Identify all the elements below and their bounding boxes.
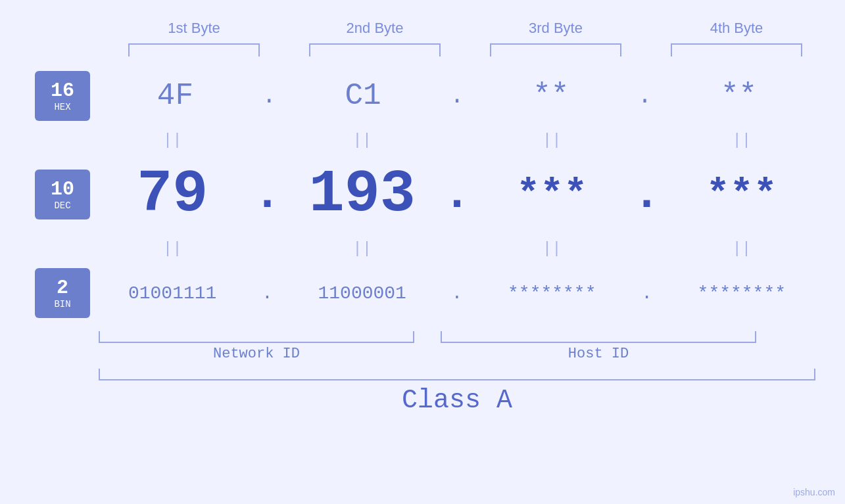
dec-dot2: . <box>444 169 470 221</box>
dec-byte3: *** <box>486 172 617 217</box>
hex-dot1: . <box>256 83 282 110</box>
bin-label: BIN <box>54 299 70 309</box>
top-bracket-row <box>104 43 827 57</box>
dec-byte2: 193 <box>297 161 428 228</box>
eq2-b1: || <box>107 240 238 258</box>
dec-byte1: 79 <box>107 161 238 228</box>
hex-dot3: . <box>632 83 658 110</box>
bin-badge: 2 BIN <box>35 268 90 318</box>
bin-number: 2 <box>57 277 68 299</box>
dec-byte4: *** <box>676 172 808 217</box>
bracket-byte3 <box>490 43 621 57</box>
watermark: ipshu.com <box>793 487 835 497</box>
dec-badge: 10 DEC <box>35 170 90 219</box>
bin-byte1: 01001111 <box>107 283 238 304</box>
dec-label: DEC <box>54 200 70 211</box>
eq2-b2: || <box>297 240 428 258</box>
hex-number: 16 <box>51 80 74 102</box>
network-id-bracket <box>99 331 414 343</box>
bin-byte3: ******** <box>486 283 617 304</box>
byte3-header: 3rd Byte <box>490 20 621 37</box>
dec-number: 10 <box>51 179 74 200</box>
hex-byte2: C1 <box>291 79 435 113</box>
hex-byte1: 4F <box>103 79 247 113</box>
network-id-label: Network ID <box>99 346 414 362</box>
bin-byte4: ******** <box>676 283 808 304</box>
hex-byte3: ** <box>479 79 623 113</box>
dec-dot3: . <box>634 169 660 221</box>
byte4-header: 4th Byte <box>671 20 802 37</box>
hex-dot2: . <box>444 83 470 110</box>
main-container: 1st Byte 2nd Byte 3rd Byte 4th Byte 16 H… <box>0 0 845 504</box>
bin-dot2: . <box>444 283 470 304</box>
class-bracket <box>99 369 815 380</box>
eq1-b3: || <box>486 131 617 149</box>
bracket-byte4 <box>671 43 802 57</box>
eq2-b4: || <box>676 240 808 258</box>
hex-byte4: ** <box>666 79 811 113</box>
eq1-b4: || <box>676 131 808 149</box>
byte1-header: 1st Byte <box>128 20 260 37</box>
hex-badge: 16 HEX <box>35 71 90 121</box>
bracket-byte1 <box>128 43 260 57</box>
class-label: Class A <box>99 386 815 415</box>
eq1-b2: || <box>297 131 428 149</box>
byte2-header: 2nd Byte <box>309 20 441 37</box>
eq2-b3: || <box>486 240 617 258</box>
dec-dot1: . <box>254 169 280 221</box>
host-id-bracket <box>441 331 756 343</box>
hex-label: HEX <box>54 102 70 112</box>
host-id-label: Host ID <box>441 346 756 362</box>
bin-byte2: 11000001 <box>297 283 428 304</box>
bin-dot3: . <box>634 283 660 304</box>
byte-headers: 1st Byte 2nd Byte 3rd Byte 4th Byte <box>104 20 827 37</box>
eq1-b1: || <box>107 131 238 149</box>
bracket-byte2 <box>309 43 441 57</box>
bin-dot1: . <box>254 283 280 304</box>
